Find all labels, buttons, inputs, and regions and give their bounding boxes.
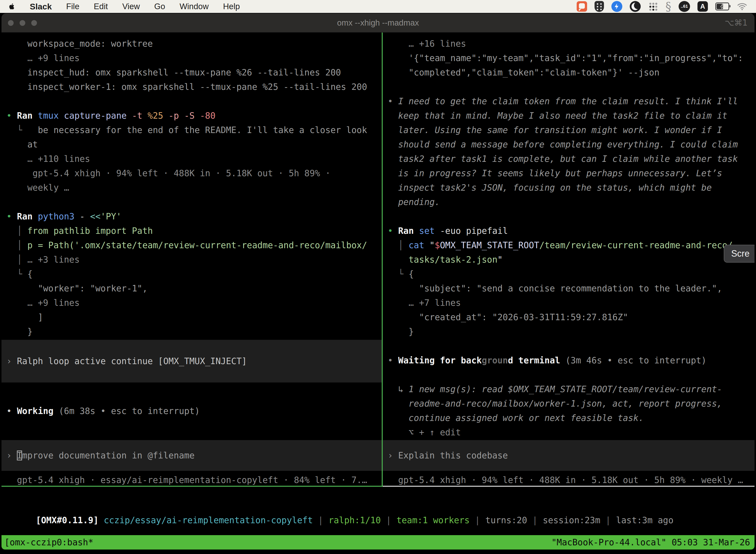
- left-session-status: gpt-5.4 xhigh · essay/ai-reimplementatio…: [6, 473, 367, 487]
- terminal-line: weekly …: [6, 180, 382, 195]
- terminal-line: ⌥ + ↑ edit: [388, 425, 755, 440]
- terminal-line: inspect task2's JSON, focusing on the st…: [388, 180, 755, 195]
- menu-bar: Slack File Edit View Go Window Help § ..…: [0, 0, 756, 13]
- terminal-line: "created_at": "2026-03-31T11:59:27.816Z": [388, 310, 755, 324]
- terminal-line: └ {: [6, 267, 382, 281]
- terminal-line: └ {: [388, 267, 755, 281]
- right-input-text: › Explain this codebase: [388, 448, 508, 463]
- terminal-line: • Waiting for background terminal (3m 46…: [388, 353, 755, 368]
- terminal-line: later. Using the same for transition mig…: [388, 123, 755, 137]
- terminal-line: • Ran tmux capture-pane -t %25 -p -S -80: [6, 108, 382, 123]
- terminal-line: continue assigned work or next feasible …: [388, 411, 755, 425]
- terminal-line: }: [388, 324, 755, 339]
- working-status-line: • Working (6m 38s • esc to interrupt): [6, 404, 200, 418]
- window-title: omx --xhigh --madmax: [1, 13, 755, 32]
- menu-status-icons: § ..61 A: [577, 1, 748, 12]
- terminal-line: • I need to get the claim token from the…: [388, 94, 755, 108]
- terminal-line: "worker": "worker-1",: [6, 281, 382, 296]
- terminal-line: │ from pathlib import Path: [6, 224, 382, 238]
- terminal-line: pending.: [388, 195, 755, 209]
- terminal-line: … +9 lines: [6, 51, 382, 65]
- terminal-line: … +110 lines: [6, 152, 382, 166]
- bolt-circle-icon[interactable]: [611, 1, 622, 12]
- terminal-line: │ cat "$OMX_TEAM_STATE_ROOT/team/review-…: [388, 238, 755, 253]
- menu-file[interactable]: File: [66, 2, 79, 11]
- ralph-loop-banner: › Ralph loop active continue [OMX_TMUX_I…: [1, 340, 382, 383]
- terminal-line: '{"team_name":"my-team","task_id":"1","f…: [388, 51, 755, 65]
- right-prompt-input[interactable]: › Explain this codebase: [383, 440, 755, 471]
- terminal-line: │ … +3 lines: [6, 253, 382, 267]
- terminal-line: │ p = Path('.omx/state/team/review-curre…: [6, 238, 382, 253]
- right-pane[interactable]: … +16 lines '{"team_name":"my-team","tas…: [383, 33, 755, 487]
- window-title-bar[interactable]: omx --xhigh --madmax ⌥⌘1: [1, 13, 755, 33]
- menu-help[interactable]: Help: [223, 2, 240, 11]
- apple-menu[interactable]: [8, 2, 15, 11]
- menu-edit[interactable]: Edit: [94, 2, 108, 11]
- right-session-status: gpt-5.4 xhigh · 94% left · 488K in · 5.1…: [388, 473, 743, 487]
- terminal-line: … +16 lines: [388, 37, 755, 51]
- menu-go[interactable]: Go: [154, 2, 165, 11]
- terminal-line: [388, 339, 755, 353]
- crescent-circle-icon[interactable]: [630, 1, 641, 12]
- badge-61-icon[interactable]: ..61: [679, 1, 690, 12]
- screen-tooltip: Scre: [724, 245, 755, 263]
- wifi-icon[interactable]: [737, 2, 748, 11]
- input-source-icon[interactable]: A: [697, 1, 708, 12]
- left-input-text: › Improve documentation in @filename: [6, 448, 195, 463]
- tmux-status-bar[interactable]: [omx-cczip0:bash* "MacBook-Pro-44.local"…: [1, 535, 755, 550]
- terminal-line: should send a message before completing …: [388, 137, 755, 152]
- terminal-line: [388, 209, 755, 224]
- terminal-line: … +9 lines: [6, 296, 382, 310]
- terminal-line: … +7 lines: [388, 296, 755, 310]
- terminal-line: is in progress? It seems likely but perh…: [388, 166, 755, 180]
- terminal-line: [388, 80, 755, 94]
- left-pane-output: workspace_mode: worktree … +9 lines insp…: [6, 37, 382, 339]
- terminal-line: }: [6, 324, 382, 339]
- shield-grid-icon[interactable]: [594, 1, 604, 12]
- left-prompt-input[interactable]: › Improve documentation in @filename: [1, 440, 382, 471]
- battery-icon[interactable]: [715, 2, 729, 10]
- terminal-line: [6, 195, 382, 209]
- terminal-line: • Ran set -euo pipefail: [388, 224, 755, 238]
- terminal-line: inspect_worker-1: omx sparkshell --tmux-…: [6, 80, 382, 94]
- terminal-line: [6, 94, 382, 108]
- menu-window[interactable]: Window: [180, 2, 208, 11]
- terminal-line: tasks/task-2.json": [388, 253, 755, 267]
- terminal-line: "completed","claim_token":"claim-token"}…: [388, 65, 755, 80]
- menu-view[interactable]: View: [122, 2, 140, 11]
- terminal-line: └ be necessary for the end of the README…: [6, 123, 382, 137]
- terminal-line: ]: [6, 310, 382, 324]
- right-pane-output: … +16 lines '{"team_name":"my-team","tas…: [388, 37, 755, 440]
- terminal-line: task2 after task1 is complete, but can I…: [388, 152, 755, 166]
- dots-grid-icon[interactable]: [648, 1, 658, 11]
- terminal-line: readme-and-reco/mailbox/worker-1.json, a…: [388, 396, 755, 411]
- apple-icon: [8, 2, 15, 11]
- ralph-loop-text: › Ralph loop active continue [OMX_TMUX_I…: [6, 354, 247, 368]
- terminal-line: inspect_hud: omx sparkshell --tmux-pane …: [6, 65, 382, 80]
- left-pane[interactable]: workspace_mode: worktree … +9 lines insp…: [1, 33, 383, 487]
- terminal-line: • Ran python3 - <<'PY': [6, 209, 382, 224]
- window-shortcut: ⌥⌘1: [725, 13, 748, 32]
- terminal-line: workspace_mode: worktree: [6, 37, 382, 51]
- terminal-line: "subject": "send a concise recommendatio…: [388, 281, 755, 296]
- squiggle-icon[interactable]: §: [666, 1, 671, 12]
- tmux-host-clock: "MacBook-Pro-44.local" 05:03 31-Mar-26: [551, 535, 750, 550]
- terminal-line: keep that in mind. Maybe I also need the…: [388, 108, 755, 123]
- menu-app-name[interactable]: Slack: [30, 2, 52, 11]
- terminal-content: workspace_mode: worktree … +9 lines insp…: [1, 33, 755, 551]
- chat-app-icon[interactable]: [577, 1, 587, 12]
- tmux-session-label[interactable]: [omx-cczip0:bash*: [4, 535, 93, 550]
- terminal-line: ↳ 1 new msg(s): read $OMX_TEAM_STATE_ROO…: [388, 382, 755, 396]
- terminal-line: [388, 368, 755, 382]
- terminal-line: at: [6, 137, 382, 152]
- terminal-line: gpt-5.4 xhigh · 94% left · 488K in · 5.1…: [6, 166, 382, 180]
- terminal-window: omx --xhigh --madmax ⌥⌘1 workspace_mode:…: [1, 13, 755, 551]
